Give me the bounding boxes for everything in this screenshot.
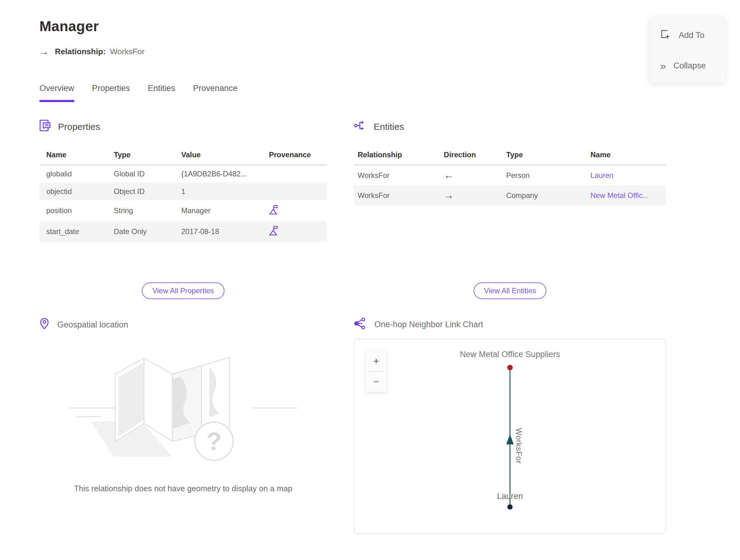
entities-section-header: Entities xyxy=(354,119,666,134)
col-header-type: Type xyxy=(504,147,588,165)
page-title: Manager xyxy=(39,18,666,34)
prop-provenance xyxy=(266,165,327,183)
prop-type: Global ID xyxy=(111,165,179,183)
entities-icon xyxy=(354,119,366,134)
table-row: WorksFor ← Person Lauren xyxy=(354,165,666,185)
prop-value: Manager xyxy=(179,200,266,221)
provenance-flag-icon[interactable] xyxy=(269,208,278,216)
col-header-value: Value xyxy=(179,147,266,165)
floating-actions-card: Add To » Collapse xyxy=(650,17,725,83)
prop-name: position xyxy=(39,200,111,221)
entity-type: Person xyxy=(504,165,588,185)
direction-right-arrow-icon: → xyxy=(444,190,454,201)
svg-text:?: ? xyxy=(206,427,222,455)
prop-value: 2017-08-18 xyxy=(179,221,266,242)
col-header-provenance: Provenance xyxy=(266,147,327,165)
chevrons-right-icon: » xyxy=(660,62,665,70)
provenance-flag-icon[interactable] xyxy=(269,229,278,238)
table-row: objectid Object ID 1 xyxy=(39,183,327,200)
entities-panel: Entities Relationship Direction Type Nam… xyxy=(354,119,666,299)
geospatial-section-header: Geospatial location xyxy=(39,317,327,332)
tab-entities[interactable]: Entities xyxy=(148,84,175,102)
table-row: globalid Global ID {1A9DB2B6-D482... xyxy=(39,165,327,183)
link-chart-icon xyxy=(354,317,366,332)
add-to-label: Add To xyxy=(679,30,705,40)
entities-table: Relationship Direction Type Name WorksFo… xyxy=(354,147,666,205)
prop-name: start_date xyxy=(39,221,111,242)
view-all-entities-button[interactable]: View All Entities xyxy=(474,282,547,299)
tab-overview[interactable]: Overview xyxy=(39,84,74,102)
table-row: start_date Date Only 2017-08-18 xyxy=(39,221,327,242)
col-header-type: Type xyxy=(111,147,179,165)
link-chart-section-header: One-hop Neighbor Link Chart xyxy=(354,317,666,332)
entities-section-title: Entities xyxy=(374,121,404,132)
relationship-value: WorksFor xyxy=(110,47,145,57)
tab-bar: Overview Properties Entities Provenance xyxy=(39,84,666,102)
prop-provenance xyxy=(266,183,327,200)
entity-name-link[interactable]: Lauren xyxy=(590,171,614,179)
entity-relationship: WorksFor xyxy=(354,165,441,185)
prop-name: objectid xyxy=(39,183,111,200)
entity-name-link[interactable]: New Metal Offic... xyxy=(590,191,649,199)
relationship-label: Relationship: xyxy=(55,47,106,57)
prop-provenance xyxy=(266,200,327,221)
prop-value: {1A9DB2B6-D482... xyxy=(179,165,266,183)
geospatial-panel: Geospatial location xyxy=(39,317,327,534)
tab-properties[interactable]: Properties xyxy=(92,84,130,102)
link-chart-canvas[interactable]: + − New Metal Office Suppliers WorksFor … xyxy=(354,339,666,534)
geospatial-section-title: Geospatial location xyxy=(57,320,128,330)
link-chart-panel: One-hop Neighbor Link Chart + − New Meta… xyxy=(354,317,666,534)
col-header-direction: Direction xyxy=(441,147,503,165)
col-header-relationship: Relationship xyxy=(354,147,441,165)
prop-value: 1 xyxy=(179,183,266,200)
table-row: position String Manager xyxy=(39,200,327,221)
tab-provenance[interactable]: Provenance xyxy=(193,84,238,102)
properties-table: Name Type Value Provenance globalid Glob… xyxy=(39,147,327,242)
graph-edge-label: WorksFor xyxy=(514,428,523,464)
prop-name: globalid xyxy=(39,165,111,183)
direction-left-arrow-icon: ← xyxy=(444,170,454,181)
entity-type: Company xyxy=(504,185,588,205)
add-to-button[interactable]: Add To xyxy=(650,26,725,45)
collapse-button[interactable]: » Collapse xyxy=(650,57,725,74)
properties-icon xyxy=(39,119,51,134)
col-header-name: Name xyxy=(588,147,666,165)
properties-section-header: Properties xyxy=(39,119,327,134)
prop-type: String xyxy=(111,200,179,221)
collapse-label: Collapse xyxy=(673,61,706,71)
map-placeholder-illustration: ? xyxy=(69,349,297,473)
properties-panel: Properties Name Type Value Provenance gl… xyxy=(39,119,327,299)
col-header-name: Name xyxy=(39,147,111,165)
prop-provenance xyxy=(266,221,327,242)
prop-type: Date Only xyxy=(111,221,179,242)
zoom-out-button[interactable]: − xyxy=(366,372,386,392)
link-chart-section-title: One-hop Neighbor Link Chart xyxy=(374,320,483,329)
map-empty-message: This relationship does not have geometry… xyxy=(39,484,327,493)
table-row: WorksFor → Company New Metal Offic... xyxy=(354,185,666,205)
properties-section-title: Properties xyxy=(58,121,100,132)
graph-node-label-company: New Metal Office Suppliers xyxy=(354,350,666,359)
prop-type: Object ID xyxy=(111,183,179,200)
graph-node-label-person: Lauren xyxy=(354,491,666,501)
entity-relationship: WorksFor xyxy=(354,185,441,205)
map-pin-icon xyxy=(39,317,49,332)
relationship-arrow-icon: → xyxy=(39,47,49,57)
relationship-subtitle: → Relationship: WorksFor xyxy=(39,47,666,57)
add-to-icon xyxy=(660,29,670,41)
view-all-properties-button[interactable]: View All Properties xyxy=(142,282,224,299)
